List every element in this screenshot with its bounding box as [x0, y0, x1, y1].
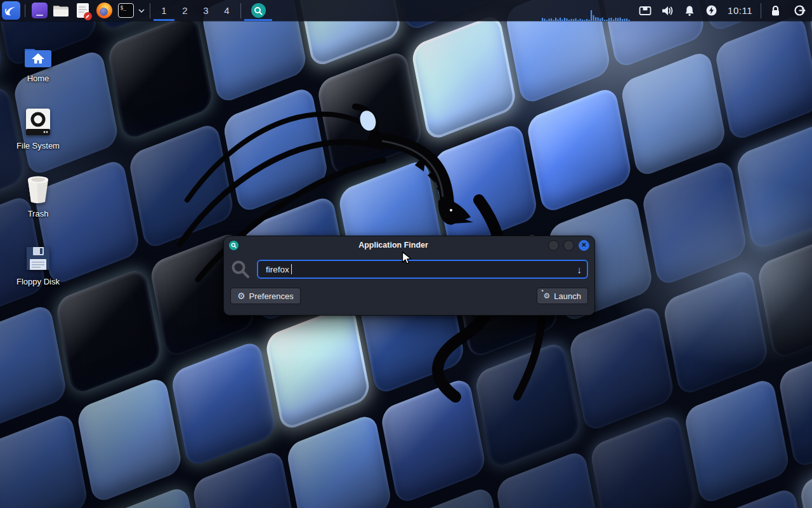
trash-icon — [25, 172, 51, 204]
lock-icon — [770, 5, 781, 17]
desktop-icon-floppy[interactable]: Floppy Disk — [0, 240, 76, 286]
search-icon — [230, 259, 251, 279]
edit-badge-icon — [84, 12, 92, 20]
panel-separator — [240, 3, 241, 18]
logout-icon — [794, 4, 806, 17]
desktop-icon-home[interactable]: Home — [0, 37, 76, 83]
workspace-switcher: 1 2 3 4 — [154, 0, 237, 21]
notifications-tray-button[interactable] — [678, 0, 700, 21]
launcher-file-manager[interactable] — [50, 0, 72, 21]
top-panel: $_ 1 2 3 4 — [0, 0, 812, 21]
desktop-icon-label: File System — [16, 141, 60, 150]
network-icon — [639, 6, 652, 16]
desktop-icon-label: Home — [27, 74, 49, 83]
desktop-icon-trash[interactable]: Trash — [0, 172, 76, 218]
volume-icon — [661, 5, 674, 17]
launcher-dropdown-button[interactable] — [136, 0, 147, 21]
launch-button-label: Launch — [554, 291, 581, 301]
search-input-value: firefox — [266, 265, 289, 274]
volume-tray-button[interactable] — [656, 0, 678, 21]
workspace-2[interactable]: 2 — [174, 0, 195, 21]
run-gear-icon: ⚙ — [544, 292, 551, 300]
home-icon — [23, 37, 53, 69]
logout-button[interactable] — [787, 0, 812, 21]
applications-menu-button[interactable] — [0, 0, 22, 21]
close-button[interactable]: ✕ — [579, 240, 589, 251]
terminal-icon: $_ — [118, 3, 134, 18]
text-caret — [291, 264, 292, 274]
kali-desktop: Home File System — [0, 0, 812, 508]
taskbar-application-finder[interactable] — [244, 0, 272, 21]
cpu-graph[interactable] — [541, 8, 630, 21]
power-tray-button[interactable] — [700, 0, 723, 21]
preferences-button[interactable]: ⚙ Preferences — [230, 288, 301, 304]
titlebar[interactable]: Application Finder ✕ — [224, 236, 594, 254]
dropdown-arrow-icon[interactable]: ↓ — [577, 264, 582, 275]
workspace-4[interactable]: 4 — [216, 0, 237, 21]
panel-separator — [761, 3, 761, 18]
desktop-icon-filesystem[interactable]: File System — [0, 104, 76, 150]
workspace-1[interactable]: 1 — [154, 0, 174, 21]
firefox-icon — [96, 3, 112, 18]
application-finder-icon — [229, 241, 239, 250]
desktop-icon-label: Trash — [28, 209, 49, 218]
lock-screen-button[interactable] — [764, 0, 787, 21]
panel-separator — [25, 4, 25, 17]
notifications-bell-icon — [684, 5, 695, 17]
network-tray-button[interactable] — [634, 0, 656, 21]
preferences-button-label: Preferences — [249, 291, 294, 301]
minimize-button[interactable] — [548, 240, 559, 251]
maximize-button[interactable] — [563, 240, 574, 251]
launcher-firefox[interactable] — [93, 0, 115, 21]
launcher-text-editor[interactable] — [72, 0, 93, 21]
filesystem-icon — [25, 104, 51, 136]
text-editor-icon — [77, 3, 89, 18]
window-app-icon — [32, 3, 48, 18]
clock[interactable]: 10:11 — [723, 0, 757, 21]
launcher-window-app[interactable] — [29, 0, 50, 21]
application-finder-icon — [251, 3, 266, 18]
workspace-3[interactable]: 3 — [195, 0, 216, 21]
launch-button[interactable]: ⚙ Launch — [537, 288, 588, 304]
panel-separator — [150, 3, 150, 18]
desktop-icon-label: Floppy Disk — [16, 277, 60, 286]
launcher-terminal[interactable]: $_ — [115, 0, 136, 21]
floppy-disk-icon — [25, 240, 51, 272]
window-title: Application Finder — [239, 241, 548, 250]
application-finder-window: Application Finder ✕ firefox ↓ — [223, 236, 595, 316]
kali-menu-icon — [2, 1, 20, 20]
file-manager-icon — [53, 4, 69, 17]
power-manager-icon — [705, 4, 717, 17]
chevron-down-icon — [138, 9, 145, 13]
search-input[interactable]: firefox ↓ — [257, 260, 588, 279]
gear-icon: ⚙ — [237, 291, 246, 300]
